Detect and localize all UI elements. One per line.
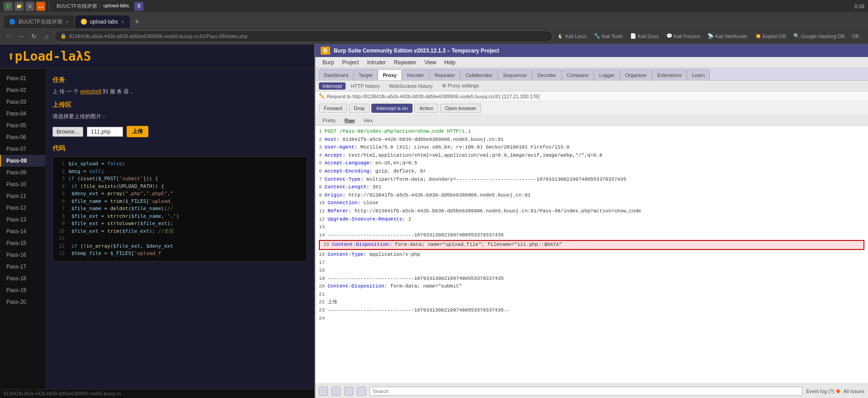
help-icon[interactable]: ? [319,387,328,396]
tab-repeater[interactable]: Repeater [430,69,460,80]
nav-pass14[interactable]: Pass-14 [0,225,45,237]
subtab-proxy-settings[interactable]: ⚙ Proxy settings [438,82,483,90]
file-manager-icon[interactable]: 📁 [14,2,24,11]
open-browser-button[interactable]: Open browser [440,104,481,113]
burp-info-bar: ✏️ Request to http://813841fb-a5cb-442b-… [315,91,868,101]
code-block: 1$is_upload = false; 2$msg = null; 3if (… [52,156,307,262]
url-bar[interactable]: 🔒 813841fb-a5cb-442b-b839-dd5be6389906.n… [54,30,553,42]
nav-pass05[interactable]: Pass-05 [0,120,45,131]
bookmark-off[interactable]: Off... [850,34,864,39]
nav-pass12[interactable]: Pass-12 [0,202,45,214]
bookmark-kali-tools[interactable]: 🔧Kali Tools [592,33,625,39]
burp-icon[interactable]: B [134,2,143,11]
nav-pass01[interactable]: Pass-01 [0,72,45,84]
kali-icon[interactable]: 🐉 [4,2,13,11]
req-line-16: 16Content-Type: application/x-php [315,251,868,259]
bookmark-kali-docs[interactable]: 📄Kali Docs [628,33,660,39]
event-log-label[interactable]: Event log (?) [806,388,840,394]
nav-pass17[interactable]: Pass-17 [0,261,45,273]
burp-action-bar: Forward Drop Intercept is on Action Open… [315,101,868,115]
forward-button[interactable]: → [16,31,26,41]
menu-repeater[interactable]: Repeater [390,58,420,67]
tab1-taskbar[interactable]: BUUCTF在线评测 [57,3,97,10]
nav-pass02[interactable]: Pass-02 [0,84,45,96]
tab-organizer[interactable]: Organizer [620,69,652,80]
taskbar-right: 0:16 [855,4,864,9]
menu-help[interactable]: Help [441,58,459,67]
tab-collaborator[interactable]: Collaborator [460,69,498,80]
tab-dashboard[interactable]: Dashboard [319,69,353,80]
nav-pass15[interactable]: Pass-15 [0,237,45,249]
bookmark-google-hacking[interactable]: 🔍Google Hacking DB [792,33,847,39]
nav-pass10[interactable]: Pass-10 [0,178,45,190]
reload-button[interactable]: ↻ [29,31,39,41]
bookmark-kali-nethunter[interactable]: 📡Kali NetHunter [706,33,749,39]
tab-target[interactable]: Target [354,69,378,80]
action-button[interactable]: Action [414,104,438,113]
nav-pass04[interactable]: Pass-04 [0,108,45,120]
subtab-intercept[interactable]: Intercept [319,82,346,90]
bookmark-kali-linux[interactable]: 🐧Kali Linux [555,33,588,39]
tab-learn[interactable]: Learn [687,69,710,80]
nav-pass06[interactable]: Pass-06 [0,131,45,143]
nav-pass18[interactable]: Pass-18 [0,273,45,284]
nav-pass19[interactable]: Pass-19 [0,284,45,296]
tab-proxy[interactable]: Proxy [378,69,402,80]
burp-main-tabs: Dashboard Target Proxy Intruder Repeater… [315,68,868,81]
nav-pass09[interactable]: Pass-09 [0,167,45,178]
nav-pass07[interactable]: Pass-07 [0,143,45,155]
tab2-taskbar[interactable]: upload-labs [103,3,129,10]
all-issues-link[interactable]: All issues [844,388,864,394]
task-title: 任务 [52,76,307,84]
tab-comparer[interactable]: Comparer [562,69,594,80]
nav-pass13[interactable]: Pass-13 [0,214,45,225]
browse-button[interactable]: Browse... [52,127,83,137]
search-input[interactable] [370,387,802,396]
nav-pass16[interactable]: Pass-16 [0,249,45,261]
webshell-link[interactable]: webshell [80,88,101,95]
tab-logger[interactable]: Logger [594,69,620,80]
browser-tab-2[interactable]: 🟡 upload-labs ✕ [75,15,130,28]
req-line-1: 1POST /Pass-08/index.php?action=show_cod… [315,128,868,136]
nav-pass03[interactable]: Pass-03 [0,96,45,108]
subtab-websockets[interactable]: WebSockets history [385,82,436,90]
view-raw[interactable]: Raw [341,117,359,124]
burp-proxy-subtabs: Intercept HTTP history WebSockets histor… [315,81,868,91]
tab1-close[interactable]: ✕ [65,19,69,24]
terminal-icon[interactable]: 🖥 [25,2,34,11]
subtab-http-history[interactable]: HTTP history [347,82,384,90]
tab-decoder[interactable]: Decoder [532,69,561,80]
sidebar-nav: Pass-01 Pass-02 Pass-03 Pass-04 Pass-05 … [0,69,45,389]
drop-button[interactable]: Drop [349,104,370,113]
upload-button[interactable]: 上传 [127,126,148,137]
bookmark-kali-forums[interactable]: 💬Kali Forums [664,33,702,39]
view-hex[interactable]: Hex [360,117,376,124]
forward-button[interactable]: Forward [319,104,347,113]
tab-intruder[interactable]: Intruder [402,69,429,80]
browser-status-bar: 813841fb-a5cb-442b-b839-dd5be6389906.nod… [0,389,314,398]
back-button[interactable]: ← [4,31,14,41]
tab2-close[interactable]: ✕ [121,19,124,24]
back-icon[interactable]: ← [344,387,353,396]
view-pretty[interactable]: Pretty [319,117,339,124]
forward-nav-icon[interactable]: → [357,387,366,396]
menu-intruder[interactable]: Intruder [364,58,389,67]
intercept-toggle-button[interactable]: Intercept is on [371,104,413,113]
menu-project[interactable]: Project [338,58,362,67]
browser-nav: ← → ↻ ⌂ 🔒 813841fb-a5cb-442b-b839-dd5be6… [0,28,868,44]
burp-panel: B Burp Suite Community Edition v2023.12.… [314,44,868,398]
new-tab-button[interactable]: + [131,15,143,28]
menu-view[interactable]: View [421,58,440,67]
nav-pass08[interactable]: Pass-08 [0,155,45,167]
browser-tab-1[interactable]: 🔵 BUUCTF在线评测 ✕ [4,15,74,28]
tab-sequencer[interactable]: Sequencer [498,69,532,80]
code-section: 代码 1$is_upload = false; 2$msg = null; 3i… [52,144,307,262]
menu-burp[interactable]: Burp [319,58,337,67]
bookmark-exploit-db[interactable]: 💥Exploit-DB [753,33,788,39]
home-button[interactable]: ⌂ [42,31,52,41]
settings-icon[interactable]: ⚙ [332,387,341,396]
nav-pass11[interactable]: Pass-11 [0,190,45,202]
tab-extensions[interactable]: Extensions [652,69,687,80]
nav-pass20[interactable]: Pass-20 [0,296,45,308]
firefox-icon[interactable]: 🦊 [36,2,45,11]
